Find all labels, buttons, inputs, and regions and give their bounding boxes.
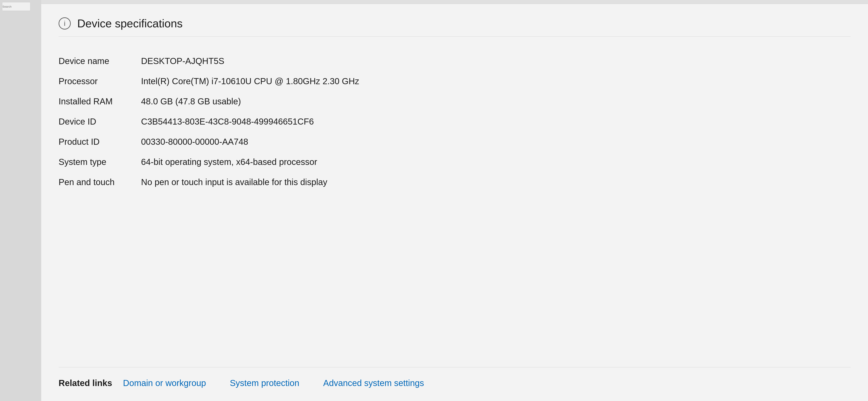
spec-value-device-name: DESKTOP-AJQHT5S	[141, 56, 850, 66]
spec-value-installed-ram: 48.0 GB (47.8 GB usable)	[141, 97, 850, 106]
domain-or-workgroup-link[interactable]: Domain or workgroup	[123, 378, 206, 388]
spec-label-installed-ram: Installed RAM	[59, 97, 141, 106]
related-links-label: Related links	[59, 378, 112, 388]
spec-value-device-id: C3B54413-803E-43C8-9048-499946651CF6	[141, 117, 850, 126]
spec-value-product-id: 00330-80000-00000-AA748	[141, 137, 850, 147]
top-bar	[41, 0, 868, 4]
sidebar	[0, 0, 41, 401]
spec-row: Product ID00330-80000-00000-AA748	[59, 137, 850, 147]
spec-label-product-id: Product ID	[59, 137, 141, 147]
search-input[interactable]	[2, 2, 30, 11]
system-protection-link[interactable]: System protection	[230, 378, 299, 388]
spec-row: Pen and touchNo pen or touch input is av…	[59, 177, 850, 187]
spec-value-pen-and-touch: No pen or touch input is available for t…	[141, 177, 850, 187]
spec-label-processor: Processor	[59, 76, 141, 86]
content-area: i Device specifications Device nameDESKT…	[41, 4, 868, 401]
advanced-system-settings-link[interactable]: Advanced system settings	[323, 378, 424, 388]
spec-label-pen-and-touch: Pen and touch	[59, 177, 141, 187]
info-icon: i	[59, 18, 71, 30]
spec-value-system-type: 64-bit operating system, x64-based proce…	[141, 157, 850, 167]
spec-row: Installed RAM48.0 GB (47.8 GB usable)	[59, 97, 850, 106]
section-title: Device specifications	[77, 17, 183, 30]
main-content: i Device specifications Device nameDESKT…	[41, 0, 868, 401]
spec-row: Device nameDESKTOP-AJQHT5S	[59, 56, 850, 66]
spec-row: Device IDC3B54413-803E-43C8-9048-4999466…	[59, 117, 850, 126]
section-header: i Device specifications	[59, 17, 850, 37]
spec-label-system-type: System type	[59, 157, 141, 167]
spec-label-device-id: Device ID	[59, 117, 141, 126]
spec-row: ProcessorIntel(R) Core(TM) i7-10610U CPU…	[59, 76, 850, 86]
spec-row: System type64-bit operating system, x64-…	[59, 157, 850, 167]
specs-container: Device nameDESKTOP-AJQHT5SProcessorIntel…	[59, 45, 850, 367]
related-links-section: Related links Domain or workgroupSystem …	[59, 367, 850, 388]
info-icon-letter: i	[64, 20, 65, 27]
spec-value-processor: Intel(R) Core(TM) i7-10610U CPU @ 1.80GH…	[141, 76, 850, 86]
spec-label-device-name: Device name	[59, 56, 141, 66]
